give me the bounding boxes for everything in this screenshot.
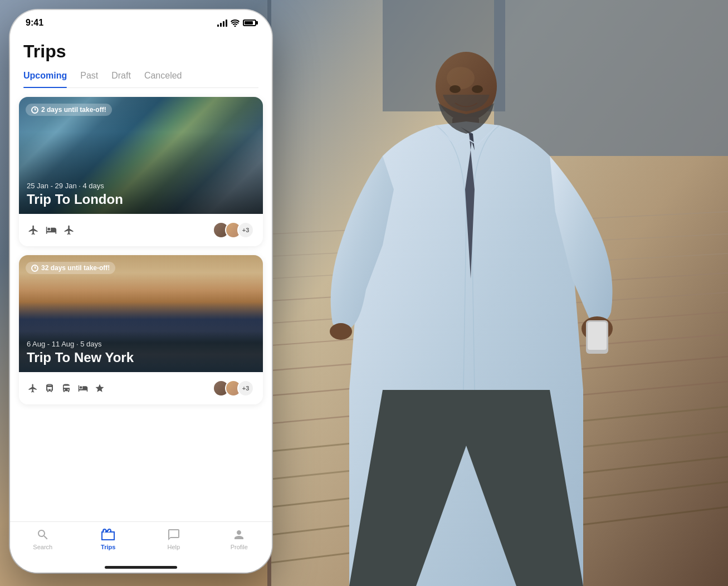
trip-image-text-london: 25 Jan - 29 Jan · 4 days Trip To London <box>27 182 255 207</box>
man-photo-area <box>271 0 728 586</box>
battery-icon <box>243 19 256 26</box>
status-icons <box>217 19 256 27</box>
svg-point-23 <box>330 323 352 340</box>
svg-point-18 <box>447 67 475 89</box>
search-icon <box>36 528 50 542</box>
status-time: 9:41 <box>26 18 43 28</box>
tab-upcoming[interactable]: Upcoming <box>23 71 67 87</box>
travelers-london: +3 <box>213 222 254 238</box>
trip-card-newyork[interactable]: 32 days until take-off! 6 Aug - 11 Aug ·… <box>19 255 263 404</box>
tab-past[interactable]: Past <box>80 71 98 87</box>
svg-rect-22 <box>588 322 607 350</box>
trip-image-newyork: 32 days until take-off! 6 Aug - 11 Aug ·… <box>19 255 263 372</box>
trip-image-text-newyork: 6 Aug - 11 Aug · 5 days Trip To New York <box>27 340 255 365</box>
signal-bar-1 <box>217 25 219 27</box>
avatar-count-newyork: +3 <box>237 380 254 397</box>
clock-icon-ny <box>31 265 38 272</box>
countdown-text-newyork: 32 days until take-off! <box>41 264 110 272</box>
nav-label-profile: Profile <box>231 544 248 550</box>
nav-label-trips: Trips <box>101 544 115 550</box>
svg-point-25 <box>472 85 483 93</box>
trip-card-london[interactable]: 2 days until take-off! 25 Jan - 29 Jan ·… <box>19 97 263 246</box>
tab-canceled[interactable]: Canceled <box>144 71 182 87</box>
phone-container: 9:41 <box>10 10 272 573</box>
trip-icons-newyork <box>28 383 105 393</box>
trips-icon <box>101 528 115 542</box>
countdown-badge-newyork: 32 days until take-off! <box>26 262 115 274</box>
trip-date-newyork: 6 Aug - 11 Aug · 5 days <box>27 340 255 348</box>
plane-depart-icon <box>28 224 39 236</box>
trip-icons-london <box>28 224 75 236</box>
signal-bar-4 <box>226 19 227 27</box>
avatar-count-london: +3 <box>237 222 254 238</box>
battery-fill <box>245 21 253 25</box>
phone: 9:41 <box>10 10 272 573</box>
trip-name-newyork: Trip To New York <box>27 350 255 365</box>
page-title: Trips <box>23 41 258 62</box>
nav-item-search[interactable]: Search <box>26 528 60 550</box>
bottom-nav: Search Trips Help <box>10 521 272 561</box>
app-header: Trips Upcoming Past Draft Canceled <box>10 32 272 88</box>
tab-draft[interactable]: Draft <box>111 71 131 87</box>
help-icon <box>167 528 181 542</box>
bus-icon <box>61 383 71 393</box>
wifi-icon <box>231 19 240 27</box>
profile-icon <box>232 528 246 542</box>
clock-icon <box>31 106 38 114</box>
countdown-badge-london: 2 days until take-off! <box>26 104 112 116</box>
hotel-icon <box>46 224 57 236</box>
tabs-container: Upcoming Past Draft Canceled <box>23 71 258 88</box>
home-bar <box>105 566 177 569</box>
activity-icon <box>95 383 105 393</box>
home-indicator <box>10 561 272 573</box>
countdown-text-london: 2 days until take-off! <box>41 106 106 114</box>
signal-bar-3 <box>223 21 224 27</box>
nav-label-help: Help <box>167 544 180 550</box>
trip-footer-newyork: +3 <box>19 372 263 404</box>
plane-depart-icon-ny <box>28 383 38 393</box>
trip-footer-london: +3 <box>19 214 263 246</box>
trip-date-london: 25 Jan - 29 Jan · 4 days <box>27 182 255 190</box>
svg-rect-1 <box>494 0 728 156</box>
nav-label-search: Search <box>33 544 52 550</box>
stair-lines-svg <box>271 0 728 586</box>
hotel-icon-ny <box>78 383 88 393</box>
travelers-newyork: +3 <box>213 380 254 397</box>
svg-point-24 <box>449 85 461 93</box>
trips-list: 2 days until take-off! 25 Jan - 29 Jan ·… <box>10 88 272 521</box>
signal-bar-2 <box>220 23 222 27</box>
trip-name-london: Trip To London <box>27 192 255 207</box>
signal-icon <box>217 19 227 27</box>
plane-return-icon <box>63 224 75 236</box>
nav-item-help[interactable]: Help <box>157 528 190 550</box>
trip-image-london: 2 days until take-off! 25 Jan - 29 Jan ·… <box>19 97 263 214</box>
train-icon <box>45 383 55 393</box>
status-bar: 9:41 <box>10 10 272 32</box>
nav-item-profile[interactable]: Profile <box>222 528 256 550</box>
nav-item-trips[interactable]: Trips <box>91 528 125 550</box>
